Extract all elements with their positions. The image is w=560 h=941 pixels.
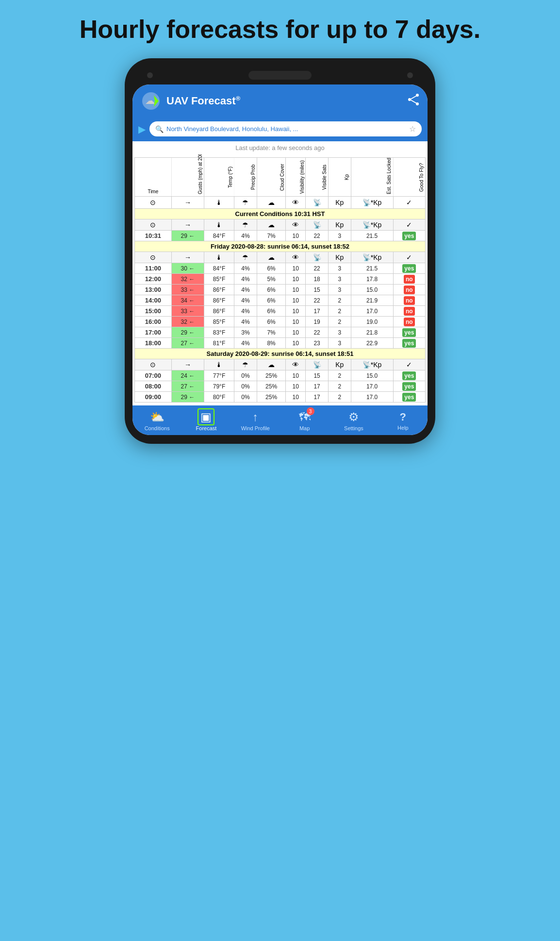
sub-icon-row: ⊙ → 🌡 ☂ ☁ 👁 📡 Kp 📡*Kp ✓ bbox=[135, 359, 426, 370]
cell-cloud: 6% bbox=[257, 295, 286, 306]
nav-map[interactable]: 🗺 3 Map bbox=[288, 410, 322, 431]
cc-kp: 3 bbox=[328, 231, 351, 241]
cell-est-sats: 17.0 bbox=[351, 381, 393, 392]
location-arrow-icon[interactable]: ▶ bbox=[138, 123, 146, 135]
svg-text:☁: ☁ bbox=[145, 95, 155, 106]
table-row: 14:00 34 ← 86°F 4% 6% 10 22 2 21.9 no bbox=[135, 295, 426, 306]
si-cloud: ☁ bbox=[257, 252, 286, 263]
phone-screen: ☁ UAV Forecast® ▶ bbox=[132, 84, 428, 435]
cell-time: 15:00 bbox=[135, 306, 172, 317]
icon-row: ⊙ → 🌡 ☂ ☁ 👁 📡 Kp 📡*Kp ✓ bbox=[135, 197, 426, 209]
cc-gusts: 29 ← bbox=[171, 231, 204, 241]
cell-visibility: 10 bbox=[286, 295, 306, 306]
cell-fly: yes bbox=[393, 370, 425, 381]
col-header-visibility: Visibility (miles) bbox=[286, 158, 306, 197]
si-estkp: 📡*Kp bbox=[351, 252, 393, 263]
cell-precip: 4% bbox=[234, 263, 257, 274]
si-cloud: ☁ bbox=[257, 219, 286, 231]
icon-kp: Kp bbox=[328, 197, 351, 209]
cell-est-sats: 22.9 bbox=[351, 338, 393, 349]
col-header-temp: Temp (°F) bbox=[204, 158, 234, 197]
si-precip: ☂ bbox=[234, 252, 257, 263]
nav-help-label: Help bbox=[397, 425, 409, 431]
nav-conditions[interactable]: ⛅ Conditions bbox=[140, 410, 174, 431]
current-conditions-header: Current Conditions 10:31 HST bbox=[135, 209, 426, 219]
nav-settings[interactable]: ⚙ Settings bbox=[337, 410, 371, 431]
cc-est-sats: 21.5 bbox=[351, 231, 393, 241]
sub-icon-row: ⊙ → 🌡 ☂ ☁ 👁 📡 Kp 📡*Kp ✓ bbox=[135, 219, 426, 231]
cell-cloud: 25% bbox=[257, 392, 286, 403]
cell-temp: 86°F bbox=[204, 295, 234, 306]
cell-precip: 3% bbox=[234, 327, 257, 338]
cell-visibility: 10 bbox=[286, 263, 306, 274]
icon-time: ⊙ bbox=[135, 197, 172, 209]
nav-forecast[interactable]: ▣ Forecast bbox=[189, 410, 223, 431]
col-header-cloud: Cloud Cover bbox=[257, 158, 286, 197]
cell-sats: 19 bbox=[306, 317, 329, 327]
icon-est-sats: 📡*Kp bbox=[351, 197, 393, 209]
cell-temp: 83°F bbox=[204, 327, 234, 338]
cell-cloud: 6% bbox=[257, 263, 286, 274]
search-text: North Vineyard Boulevard, Honolulu, Hawa… bbox=[166, 125, 406, 133]
col-header-precip: Precip Prob bbox=[234, 158, 257, 197]
cell-visibility: 10 bbox=[286, 317, 306, 327]
nav-wind-profile[interactable]: ↑ Wind Profile bbox=[238, 410, 272, 431]
col-header-time: Time bbox=[135, 158, 172, 197]
cell-kp: 2 bbox=[328, 392, 351, 403]
cell-kp: 2 bbox=[328, 295, 351, 306]
cell-fly: no bbox=[393, 285, 425, 295]
cell-temp: 84°F bbox=[204, 263, 234, 274]
cell-gusts: 32 ← bbox=[171, 317, 204, 327]
si-vis: 👁 bbox=[286, 359, 306, 370]
cell-kp: 3 bbox=[328, 338, 351, 349]
cell-sats: 23 bbox=[306, 338, 329, 349]
cell-visibility: 10 bbox=[286, 327, 306, 338]
icon-sats: 📡 bbox=[306, 197, 329, 209]
search-bar: ▶ 🔍 North Vineyard Boulevard, Honolulu, … bbox=[132, 118, 428, 141]
cell-cloud: 25% bbox=[257, 381, 286, 392]
hero-text: Hourly forecasts for up to 7 days. bbox=[60, 15, 500, 44]
svg-line-6 bbox=[411, 96, 417, 100]
cell-fly: yes bbox=[393, 338, 425, 349]
cell-kp: 3 bbox=[328, 263, 351, 274]
si-temp: 🌡 bbox=[204, 252, 234, 263]
cell-cloud: 5% bbox=[257, 274, 286, 285]
si-sats: 📡 bbox=[306, 252, 329, 263]
cell-temp: 77°F bbox=[204, 370, 234, 381]
cell-sats: 18 bbox=[306, 274, 329, 285]
col-header-fly: Good To Fly? bbox=[393, 158, 425, 197]
cell-kp: 2 bbox=[328, 370, 351, 381]
cc-cloud: 7% bbox=[257, 231, 286, 241]
cell-time: 11:00 bbox=[135, 263, 172, 274]
search-input-container[interactable]: 🔍 North Vineyard Boulevard, Honolulu, Ha… bbox=[149, 121, 422, 136]
cc-time: 10:31 bbox=[135, 231, 172, 241]
table-row: 07:00 24 ← 77°F 0% 25% 10 15 2 15.0 yes bbox=[135, 370, 426, 381]
forecast-table: Time Gusts (mph) at 200ft Temp (°F) Prec… bbox=[134, 157, 426, 403]
cell-kp: 3 bbox=[328, 274, 351, 285]
cell-precip: 4% bbox=[234, 338, 257, 349]
cell-kp: 3 bbox=[328, 285, 351, 295]
star-icon[interactable]: ☆ bbox=[409, 124, 416, 134]
cc-temp: 84°F bbox=[204, 231, 234, 241]
cell-sats: 22 bbox=[306, 327, 329, 338]
si-precip: ☂ bbox=[234, 219, 257, 231]
nav-help[interactable]: ? Help bbox=[386, 411, 420, 431]
app-header: ☁ UAV Forecast® bbox=[132, 84, 428, 118]
cell-est-sats: 21.8 bbox=[351, 327, 393, 338]
conditions-icon: ⛅ bbox=[150, 410, 165, 423]
cell-sats: 15 bbox=[306, 370, 329, 381]
settings-icon: ⚙ bbox=[348, 410, 359, 423]
si-kp: Kp bbox=[328, 219, 351, 231]
icon-precip: ☂ bbox=[234, 197, 257, 209]
cell-est-sats: 17.0 bbox=[351, 306, 393, 317]
cell-gusts: 27 ← bbox=[171, 381, 204, 392]
nav-map-label: Map bbox=[299, 425, 310, 431]
cell-temp: 79°F bbox=[204, 381, 234, 392]
cell-est-sats: 15.0 bbox=[351, 285, 393, 295]
table-row: 16:00 32 ← 85°F 4% 6% 10 19 2 19.0 no bbox=[135, 317, 426, 327]
svg-point-4 bbox=[408, 98, 411, 101]
cell-cloud: 6% bbox=[257, 317, 286, 327]
phone-notch bbox=[132, 67, 428, 84]
share-icon[interactable] bbox=[407, 93, 420, 109]
cell-sats: 15 bbox=[306, 285, 329, 295]
